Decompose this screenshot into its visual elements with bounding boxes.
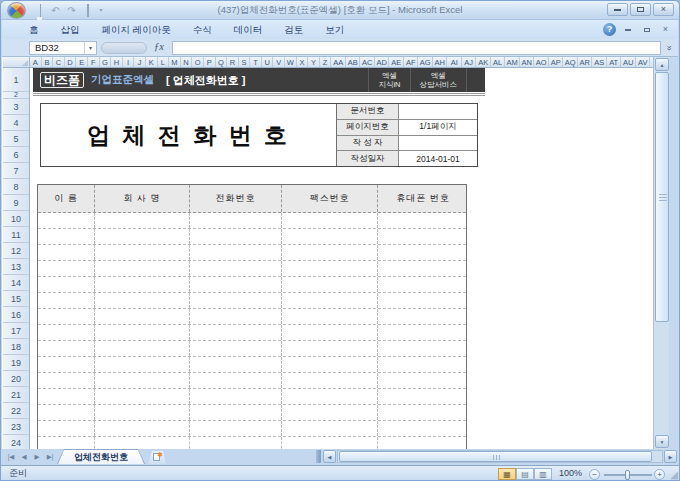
column-header-AG[interactable]: AG xyxy=(418,57,433,67)
tab-scrollbar-splitter[interactable] xyxy=(316,450,321,463)
contact-cell[interactable] xyxy=(282,341,378,356)
row-header-24[interactable]: 24 xyxy=(3,435,29,449)
row-header-14[interactable]: 14 xyxy=(3,275,29,291)
column-header-W[interactable]: W xyxy=(285,57,297,67)
zoom-slider-handle[interactable] xyxy=(625,470,630,480)
contact-cell[interactable] xyxy=(190,261,282,276)
contact-cell[interactable] xyxy=(282,245,378,260)
contact-cell[interactable] xyxy=(38,405,95,420)
contact-cell[interactable] xyxy=(38,389,95,404)
row-header-4[interactable]: 4 xyxy=(3,115,29,131)
first-sheet-icon[interactable]: |◀ xyxy=(5,450,17,463)
contact-header-cell-2[interactable]: 회 사 명 xyxy=(95,185,190,212)
contact-cell[interactable] xyxy=(282,261,378,276)
column-header-D[interactable]: D xyxy=(65,57,77,67)
column-header-Z[interactable]: Z xyxy=(320,57,332,67)
contact-header-cell-4[interactable]: 팩스번호 xyxy=(282,185,378,212)
column-header-I[interactable]: I xyxy=(123,57,135,67)
contact-cell[interactable] xyxy=(38,437,95,449)
column-header-AA[interactable]: AA xyxy=(331,57,346,67)
contact-cell[interactable] xyxy=(38,245,95,260)
column-header-Q[interactable]: Q xyxy=(216,57,228,67)
contact-cell[interactable] xyxy=(95,309,190,324)
column-header-O[interactable]: O xyxy=(192,57,204,67)
column-header-AN[interactable]: AN xyxy=(520,57,535,67)
contact-cell[interactable] xyxy=(38,261,95,276)
info-label-4[interactable]: 작성일자 xyxy=(337,151,399,166)
zoom-in-icon[interactable]: + xyxy=(654,469,665,480)
column-header-AC[interactable]: AC xyxy=(360,57,375,67)
contact-cell[interactable] xyxy=(95,245,190,260)
contact-cell[interactable] xyxy=(95,341,190,356)
row-header-16[interactable]: 16 xyxy=(3,307,29,323)
contact-cell[interactable] xyxy=(282,277,378,292)
contact-cell[interactable] xyxy=(95,325,190,340)
contact-cell[interactable] xyxy=(190,277,282,292)
horizontal-scrollbar-thumb[interactable] xyxy=(339,451,652,462)
contact-cell[interactable] xyxy=(95,437,190,449)
vertical-scrollbar-thumb[interactable] xyxy=(655,72,669,322)
column-header-L[interactable]: L xyxy=(158,57,170,67)
contact-cell[interactable] xyxy=(38,421,95,436)
scroll-up-icon[interactable]: ▲ xyxy=(655,58,669,71)
column-header-R[interactable]: R xyxy=(227,57,239,67)
banner-link-2[interactable]: 엑셀상담서비스 xyxy=(410,68,468,92)
row-header-15[interactable]: 15 xyxy=(3,291,29,307)
contact-cell[interactable] xyxy=(282,309,378,324)
contact-cell[interactable] xyxy=(378,373,468,388)
contact-cell[interactable] xyxy=(378,245,468,260)
office-button[interactable] xyxy=(7,2,26,19)
contact-cell[interactable] xyxy=(95,213,190,228)
column-header-AL[interactable]: AL xyxy=(491,57,506,67)
contact-cell[interactable] xyxy=(95,357,190,372)
column-header-S[interactable]: S xyxy=(239,57,251,67)
contact-cell[interactable] xyxy=(282,213,378,228)
contact-cell[interactable] xyxy=(38,277,95,292)
row-header-20[interactable]: 20 xyxy=(3,371,29,387)
info-value-2[interactable]: 1/1페이지 xyxy=(399,120,477,135)
contact-cell[interactable] xyxy=(378,421,468,436)
column-header-G[interactable]: G xyxy=(100,57,112,67)
column-header-U[interactable]: U xyxy=(262,57,274,67)
last-sheet-icon[interactable]: ▶| xyxy=(44,450,56,463)
zoom-out-icon[interactable]: − xyxy=(589,469,600,480)
contact-cell[interactable] xyxy=(190,213,282,228)
row-header-8[interactable]: 8 xyxy=(3,179,29,195)
ribbon-tab-6[interactable]: 검토 xyxy=(273,20,314,39)
ribbon-tab-3[interactable]: 페이지 레이아웃 xyxy=(91,20,182,39)
contact-cell[interactable] xyxy=(378,341,468,356)
column-header-AJ[interactable]: AJ xyxy=(462,57,477,67)
column-header-X[interactable]: X xyxy=(297,57,309,67)
column-header-K[interactable]: K xyxy=(146,57,158,67)
insert-worksheet-tab[interactable]: ✱ xyxy=(148,451,166,464)
save-icon[interactable] xyxy=(33,4,46,17)
column-header-P[interactable]: P xyxy=(204,57,216,67)
zoom-slider[interactable] xyxy=(604,474,652,476)
row-header-19[interactable]: 19 xyxy=(3,355,29,371)
contact-cell[interactable] xyxy=(190,245,282,260)
contact-header-cell-3[interactable]: 전화번호 xyxy=(190,185,282,212)
contact-cell[interactable] xyxy=(282,405,378,420)
row-header-17[interactable]: 17 xyxy=(3,323,29,339)
row-header-1[interactable]: 1 xyxy=(3,68,29,92)
column-header-AI[interactable]: AI xyxy=(447,57,462,67)
contact-cell[interactable] xyxy=(38,229,95,244)
column-header-AT[interactable]: AT xyxy=(607,57,622,67)
info-label-2[interactable]: 페이지번호 xyxy=(337,120,399,135)
contact-cell[interactable] xyxy=(378,309,468,324)
row-header-9[interactable]: 9 xyxy=(3,195,29,211)
contact-cell[interactable] xyxy=(95,261,190,276)
row-header-7[interactable]: 7 xyxy=(3,163,29,179)
ribbon-tab-1[interactable]: 홈 xyxy=(18,20,50,39)
column-header-A[interactable]: A xyxy=(30,57,42,67)
info-label-1[interactable]: 문서번호 xyxy=(337,104,399,119)
horizontal-scrollbar[interactable] xyxy=(337,450,663,463)
column-header-AU[interactable]: AU xyxy=(621,57,636,67)
contact-cell[interactable] xyxy=(282,229,378,244)
contact-cell[interactable] xyxy=(282,389,378,404)
contact-cell[interactable] xyxy=(190,325,282,340)
contact-cell[interactable] xyxy=(38,341,95,356)
contact-cell[interactable] xyxy=(378,357,468,372)
contact-cell[interactable] xyxy=(38,357,95,372)
row-header-21[interactable]: 21 xyxy=(3,387,29,403)
